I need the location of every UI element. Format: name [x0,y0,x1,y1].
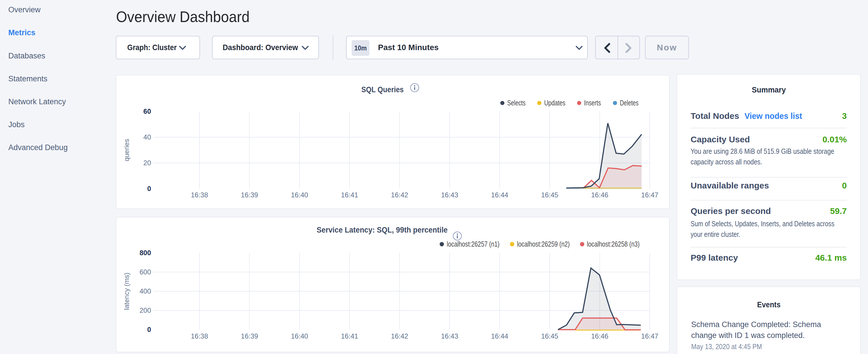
svg-text:16:42: 16:42 [391,191,408,199]
svg-text:16:40: 16:40 [291,332,308,340]
svg-text:16:46: 16:46 [591,191,608,199]
svg-text:400: 400 [140,287,151,295]
svg-text:Updates: Updates [544,99,565,107]
svg-text:Selects: Selects [507,99,526,107]
svg-text:40: 40 [143,133,151,141]
svg-text:600: 600 [140,268,151,276]
svg-text:16:42: 16:42 [391,332,408,340]
svg-text:800: 800 [140,249,151,257]
svg-text:60: 60 [143,107,151,115]
svg-text:Inserts: Inserts [584,99,601,107]
svg-text:latency (ms): latency (ms) [123,273,130,310]
svg-text:16:40: 16:40 [291,191,308,199]
svg-text:localhost:26259 (n2): localhost:26259 (n2) [517,240,570,248]
svg-text:localhost:26257 (n1): localhost:26257 (n1) [447,240,499,248]
svg-text:queries: queries [123,139,130,162]
svg-text:0: 0 [147,185,151,192]
svg-text:16:39: 16:39 [241,332,258,340]
svg-text:16:39: 16:39 [241,191,258,199]
svg-text:16:45: 16:45 [541,332,558,340]
svg-text:16:38: 16:38 [191,332,208,340]
svg-text:16:47: 16:47 [641,332,658,340]
svg-text:16:44: 16:44 [491,332,508,340]
svg-text:16:41: 16:41 [341,191,358,199]
svg-text:Deletes: Deletes [620,99,639,107]
svg-text:16:43: 16:43 [441,191,458,199]
svg-text:16:44: 16:44 [491,191,508,199]
svg-text:16:43: 16:43 [441,332,458,340]
svg-text:0: 0 [147,326,151,333]
svg-text:16:38: 16:38 [191,191,208,199]
svg-text:16:41: 16:41 [341,332,358,340]
svg-text:16:46: 16:46 [591,332,608,340]
svg-text:16:45: 16:45 [541,191,558,199]
svg-text:localhost:26258 (n3): localhost:26258 (n3) [587,240,640,248]
svg-text:16:47: 16:47 [641,191,658,199]
svg-text:20: 20 [143,159,151,167]
svg-text:200: 200 [140,307,151,314]
